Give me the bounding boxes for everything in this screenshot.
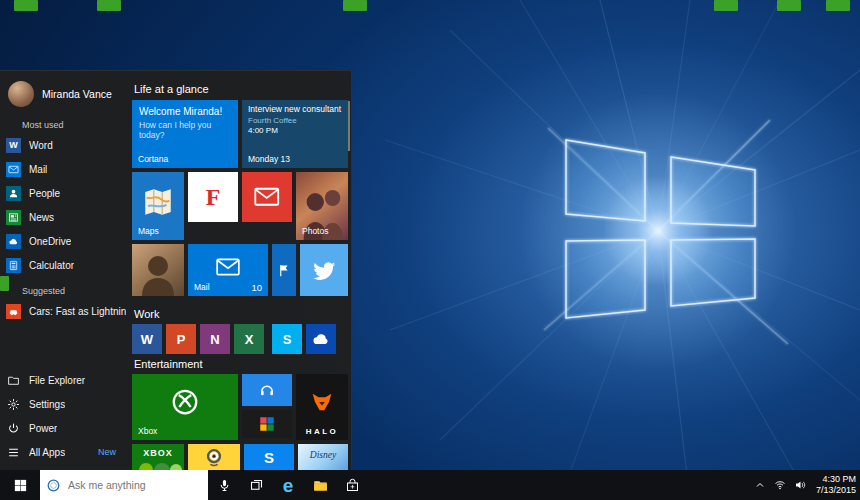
windows-logo-icon (13, 478, 28, 493)
shazam-glyph: S (244, 444, 294, 471)
user-name: Miranda Vance (42, 88, 112, 100)
sports-tile[interactable] (272, 244, 296, 296)
tile-line2: Fourth Coffee (248, 116, 342, 125)
scrollbar-thumb[interactable] (348, 101, 350, 151)
minions-tile[interactable] (188, 444, 240, 471)
gear-icon (6, 397, 21, 412)
photo-tile[interactable] (132, 244, 184, 296)
flipboard-tile[interactable]: F (188, 172, 238, 222)
headphones-icon (242, 374, 292, 406)
xbox-avatars-tile[interactable]: XBOX (132, 444, 184, 471)
group-header: Life at a glance (134, 83, 209, 95)
system-items-list: File ExplorerSettingsPowerAll AppsNew (0, 368, 130, 464)
cortana-icon (46, 478, 61, 493)
frozen-tile[interactable]: Disney (298, 444, 348, 471)
bird-icon (300, 244, 348, 296)
onenote-glyph: N (200, 324, 230, 354)
excel-tile[interactable]: X (234, 324, 264, 354)
all-apps-icon (6, 445, 21, 460)
task-view-button[interactable] (243, 470, 269, 500)
microphone-button[interactable] (211, 470, 237, 500)
groove-tile[interactable] (242, 374, 292, 406)
search-input[interactable] (66, 478, 202, 492)
folder-icon (6, 373, 21, 388)
menu-item-settings[interactable]: Settings (0, 392, 130, 416)
callout-marker (714, 0, 738, 11)
callout-marker (777, 0, 801, 11)
menu-item-all-apps[interactable]: All AppsNew (0, 440, 130, 464)
mail-app-icon (6, 162, 21, 177)
task-view-icon (249, 478, 264, 493)
menu-item-people[interactable]: People (0, 181, 130, 205)
photos-tile[interactable]: Photos (296, 172, 348, 240)
file-explorer-button[interactable] (307, 470, 333, 500)
email-tile[interactable] (242, 172, 292, 222)
mail-tile[interactable]: Mail10 (188, 244, 268, 296)
halo-tile[interactable]: HALO (296, 374, 348, 440)
most-used-label: Most used (22, 120, 130, 130)
power-icon (6, 421, 21, 436)
taskbar-buttons: e (208, 470, 368, 500)
tile-label: Cortana (138, 154, 168, 164)
most-used-list: WWordMailPeopleNewsOneDriveCalculator (0, 133, 130, 277)
tile-label: Maps (138, 226, 159, 236)
shazam-tile[interactable]: S (244, 444, 294, 471)
user-account[interactable]: Miranda Vance (0, 79, 130, 111)
skype-tile[interactable]: S (272, 324, 302, 354)
store-button[interactable] (339, 470, 365, 500)
tile-label: Xbox (138, 426, 157, 436)
menu-item-label: Settings (29, 399, 65, 410)
menu-item-news[interactable]: News (0, 205, 130, 229)
calendar-tile[interactable]: Interview new consultantFourth Coffee4:0… (242, 100, 348, 168)
avatar (8, 81, 34, 107)
menu-item-word[interactable]: WWord (0, 133, 130, 157)
network-icon[interactable] (770, 470, 790, 500)
group-header: Entertainment (134, 358, 202, 370)
menu-item-label: Mail (29, 164, 47, 175)
speaker-icon[interactable] (790, 470, 810, 500)
onedrive-app-icon (6, 234, 21, 249)
start-menu-left-rail: Miranda Vance Most used WWordMailPeopleN… (0, 71, 130, 470)
menu-item-onedrive[interactable]: OneDrive (0, 229, 130, 253)
menu-item-label: All Apps (29, 447, 65, 458)
menu-item-label: Power (29, 423, 57, 434)
portrait-photo (132, 244, 184, 296)
menu-item-label: File Explorer (29, 375, 85, 386)
tray-time: 4:30 PM (816, 474, 856, 485)
word-app-icon: W (6, 138, 21, 153)
microphone-icon (217, 478, 232, 493)
cortana-tile[interactable]: Welcome Miranda!How can I help you today… (132, 100, 238, 168)
menu-item-power[interactable]: Power (0, 416, 130, 440)
cars-game-icon (6, 304, 21, 319)
tray-icons (750, 470, 810, 500)
chevron-up-icon[interactable] (750, 470, 770, 500)
search-box[interactable] (40, 470, 208, 500)
menu-item-label: Word (29, 140, 53, 151)
people-app-icon (6, 186, 21, 201)
twitter-tile[interactable] (300, 244, 348, 296)
xbox-tile[interactable]: Xbox (132, 374, 238, 440)
desktop: Miranda Vance Most used WWordMailPeopleN… (0, 0, 860, 500)
tile-label: Monday 13 (248, 154, 290, 164)
onenote-tile[interactable]: N (200, 324, 230, 354)
maps-tile[interactable]: Maps (132, 172, 184, 240)
movies-tile[interactable] (242, 410, 292, 438)
menu-item-file-explorer[interactable]: File Explorer (0, 368, 130, 392)
powerpoint-tile[interactable]: P (166, 324, 196, 354)
suggested-list: Cars: Fast as Lightning (0, 299, 130, 323)
excel-glyph: X (234, 324, 264, 354)
callout-marker (826, 0, 850, 11)
word-tile[interactable]: W (132, 324, 162, 354)
file-explorer-icon (313, 478, 328, 493)
clock[interactable]: 4:30 PM 7/13/2015 (810, 474, 860, 496)
tile-line3: 4:00 PM (248, 126, 342, 135)
taskbar: e 4:30 PM 7/13/2015 (0, 470, 860, 500)
edge-button[interactable]: e (275, 470, 301, 500)
flipboard-glyph: F (188, 172, 238, 222)
start-button[interactable] (0, 470, 40, 500)
menu-item-mail[interactable]: Mail (0, 157, 130, 181)
menu-item-calculator[interactable]: Calculator (0, 253, 130, 277)
menu-item-label: News (29, 212, 54, 223)
onedrive-tile[interactable] (306, 324, 336, 354)
menu-item-cars[interactable]: Cars: Fast as Lightning (0, 299, 130, 323)
